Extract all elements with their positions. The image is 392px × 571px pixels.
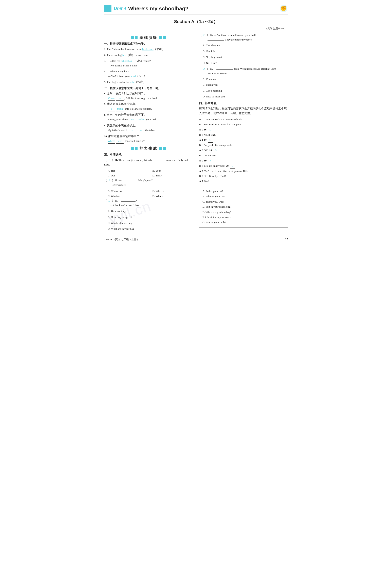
box-g: G. Is it on your table? [202, 220, 285, 225]
q12-opt-b: B. Where's [152, 189, 193, 194]
ans-12: A [107, 178, 112, 183]
q13: （D）13. —? —A book and a pencil box. [104, 198, 193, 208]
basic-section-header: 基础演练 [104, 35, 193, 40]
item-10-line: Where are those red pencils? [108, 139, 145, 142]
part3-title: 三、单项选择。 [104, 153, 193, 157]
q15-opt-a: A. Come on [203, 77, 288, 82]
q12-answer: —Everywhere. [110, 183, 126, 186]
q11-opt-b: B. Your [152, 168, 193, 173]
blank-7b: think [116, 106, 124, 111]
part4-intro: 请阅读下面对话，根据对话内容从下面方框内的七个选项中选择五个填入空白处，使对话通… [199, 106, 288, 116]
blank-19: F [208, 158, 213, 163]
item-3-num: 3. [104, 59, 106, 62]
footer-left: 23JPXLC·英语 七年级（上册） [104, 238, 140, 241]
blank-11 [153, 161, 165, 161]
part4-title: 四、补全对话。 [199, 102, 288, 105]
item-4: 4. —Where is my hat? —Aha! It is on your… [104, 69, 193, 79]
item-3-cont: —No, it isn't. Mine is blue. [108, 64, 138, 67]
dialog-section: A：Come on, Bill! It's time for school! B… [199, 117, 288, 183]
item-6: 6. 比尔，快点！到上学的时间了。 Come on , Bill. It's t… [104, 91, 193, 101]
item-8-line: Jimmy, your shoes are under your bed. [108, 118, 156, 121]
q11-opt-d: D. Their [152, 173, 193, 178]
item-4-cont: —Aha! It is on your head（头）! [108, 75, 145, 77]
item-2: 2. There is a big bed（床）in my room. [104, 53, 193, 58]
item-1-num: 1. [104, 48, 106, 51]
item-4-num: 4. [104, 70, 106, 73]
q13-answer: —A book and a pencil box. [110, 204, 140, 207]
blank-7a: I [108, 106, 115, 111]
ans-15: A [202, 67, 207, 71]
item-7-line: I think this is Mary's dictionary. [108, 107, 152, 110]
q11-opt-c: C. Our [108, 173, 148, 178]
sq6 [135, 147, 138, 150]
ans-13: D [107, 198, 112, 203]
dialog-1: A：Come on, Bill! It's time for school! [199, 117, 288, 122]
blank-8b: under [137, 117, 145, 122]
q14: （C）14. —Are those baseballs under your b… [199, 33, 288, 42]
sq7 [159, 147, 162, 150]
item-10: 10. 那些红色的铅笔在哪里？ Where are those red penc… [104, 134, 193, 144]
sq1 [131, 36, 134, 39]
main-content: 基础演练 一、根据汉语提示完成下列句子。 1. The Chinese book… [104, 33, 288, 233]
squares-right [159, 36, 166, 39]
blank-5: sofa [130, 80, 135, 83]
dialog-2: B：Yes, Dad. But I can't find my pen! [199, 122, 288, 127]
sq3 [159, 36, 162, 39]
page-header: Unit 4 Where's my schoolbag? ✊ [104, 4, 288, 15]
sq8 [163, 147, 166, 150]
page-footer: 23JPXLC·英语 七年级（上册） 27 [104, 236, 288, 241]
sq2 [135, 36, 138, 39]
dialog-6: B：Oh, yeah! It's on my table. [199, 143, 288, 148]
part2-title: 二、根据汉语意思完成下列句子，每空一词。 [104, 87, 193, 90]
squares-left [131, 36, 138, 39]
q12-options: A. Where are B. Where's [108, 189, 193, 194]
blank-8a: are [129, 117, 136, 122]
q14-opt-a: A. Yes, they are [203, 43, 288, 48]
unit-title: Where's my schoolbag? [128, 5, 189, 12]
blank-4: head [130, 75, 136, 77]
item-10-num: 10. [104, 135, 108, 138]
dialog-10: B：Yes, it's on my bed! 20. C [199, 164, 288, 168]
box-d: D. Is it in your schoolbag? [202, 204, 285, 210]
q11-options: A. Her B. Your [108, 168, 193, 173]
q13-opt-b: B. How do you spell it [108, 215, 193, 220]
section-title: Section A（1a～2d） [104, 19, 288, 25]
dialog-4: B：No, it isn't. [199, 133, 288, 137]
item-6-line: Come on , Bill. It's time to go to schoo… [108, 97, 158, 100]
item-9-line: My father's watch is on the table. [108, 129, 155, 132]
blank-16: D [208, 127, 213, 132]
dialog-3: A：16. D [199, 127, 288, 132]
ability-section-title: 能力生成 [140, 146, 157, 151]
header-icon: ✊ [279, 4, 288, 13]
item-5: 5. The dog is under the sofa（沙发）. [104, 80, 193, 84]
q15-opt-b: B. Thank you [203, 83, 288, 87]
item-8: 8. 吉米，你的鞋子在你的床下面。 Jimmy, your shoes are … [104, 113, 193, 122]
q12-opt-d: D. What's [152, 194, 193, 198]
q11-options2: C. Our D. Their [108, 173, 193, 178]
box-e: E. Where's my schoolbag? [202, 210, 285, 215]
basic-section-title: 基础演练 [140, 35, 157, 40]
unit-label: Unit 4 [114, 6, 126, 11]
dialog-12: B：OK. Goodbye, Dad! [199, 174, 288, 179]
unit-flag [104, 5, 112, 12]
dialog-11: A：You're welcome. You must go now, Bill. [199, 169, 288, 174]
blank-17: G [208, 138, 213, 143]
sq-left2 [131, 147, 138, 150]
dialog-9: A：19. F [199, 158, 288, 163]
q11: （D）11. These two girls are my friends. n… [104, 158, 193, 167]
item-1: 1. The Chinese books are on those bookca… [104, 47, 193, 52]
q12-opt-c: C. What are [108, 194, 148, 198]
dialog-8: B：Let me see. . . [199, 153, 288, 158]
item-7-num: 7. [104, 103, 106, 105]
item-7: 7. 我认为这是玛丽的词典。 I think this is Mary's di… [104, 102, 193, 111]
q15-opt-d: D. Nice to meet you [203, 94, 288, 99]
q11-num: 11. [115, 158, 118, 161]
item-9-num: 9. [104, 124, 106, 127]
item-2-num: 2. [104, 53, 106, 57]
blank-10b: are [116, 139, 124, 144]
item-5-num: 5. [104, 80, 106, 83]
q15-opt-c: C. Good morning [203, 89, 288, 93]
dialog-5: A：17. G [199, 138, 288, 143]
item-3: 3. —Is this red schoolbag（书包）yours? —No,… [104, 59, 193, 68]
q15-line2: —But it is 3:00 now. [205, 72, 227, 75]
